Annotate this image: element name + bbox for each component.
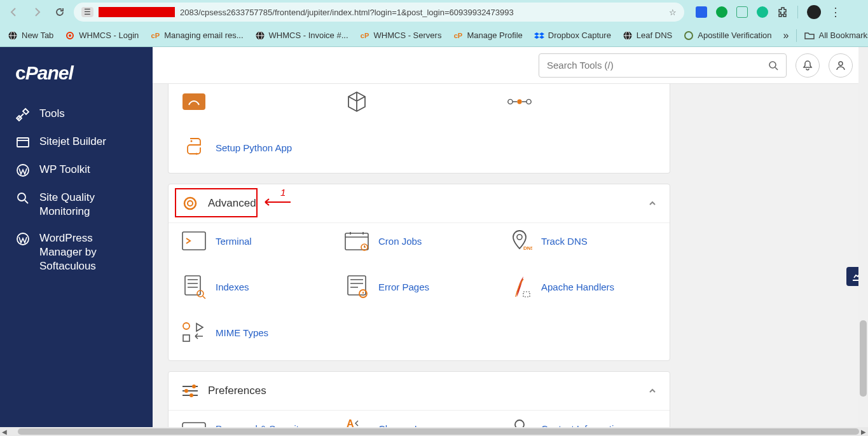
search-tools[interactable] — [539, 53, 787, 78]
tool-password[interactable]: ••• Password & Security — [181, 416, 331, 427]
panel-title: Preferences — [208, 385, 266, 397]
sidebar-item-sitejet[interactable]: Sitejet Builder — [0, 128, 153, 156]
extensions-menu-icon[interactable] — [777, 6, 789, 18]
cpanel-icon: cP — [453, 31, 463, 41]
bookmarks-overflow-icon[interactable]: » — [783, 30, 789, 41]
bookmark-label: Apostille Verification — [698, 31, 771, 40]
address-bar[interactable]: ☰ 2083/cpsess2633757785/frontend/jupiter… — [74, 3, 684, 22]
bookmark-item[interactable]: WHMCS - Invoice #... — [255, 31, 348, 41]
bookmark-item[interactable]: cP Managing email res... — [150, 31, 243, 41]
svg-point-20 — [196, 153, 198, 155]
bookmark-label: Manage Profile — [467, 31, 522, 40]
chevron-up-icon[interactable] — [648, 386, 657, 395]
svg-point-8 — [685, 32, 692, 39]
tool-apachehandlers[interactable]: Apache Handlers — [507, 274, 657, 299]
tool-item[interactable] — [507, 89, 657, 114]
ext-icon-1[interactable] — [696, 6, 707, 18]
ext-icon-4[interactable] — [757, 6, 768, 18]
magnifier-icon — [15, 191, 31, 206]
tool-cronjobs[interactable]: Cron Jobs — [344, 228, 494, 254]
site-settings-icon[interactable]: ☰ — [81, 7, 93, 17]
extension-icons: ⋮ — [696, 5, 841, 19]
scroll-right-icon[interactable]: ▶ — [859, 428, 868, 435]
bookmark-star-icon[interactable]: ☆ — [669, 8, 677, 17]
url-text: 2083/cpsess2633757785/frontend/jupiter/i… — [180, 8, 514, 17]
tool-setup-python[interactable]: Setup Python App — [181, 135, 331, 160]
preferences-panel: Preferences ••• Password & Security A文 C… — [168, 371, 670, 427]
svg-point-37 — [189, 393, 193, 397]
indexes-icon — [181, 274, 207, 299]
svg-rect-9 — [17, 138, 29, 147]
tool-trackdns[interactable]: DNS Track DNS — [507, 228, 657, 254]
account-button[interactable] — [829, 53, 853, 78]
ext-icon-2[interactable] — [716, 6, 727, 18]
vertical-scrollbar[interactable] — [858, 47, 868, 427]
gear-icon — [65, 31, 75, 41]
tool-label: Indexes — [216, 282, 249, 292]
bookmark-item[interactable]: cP Manage Profile — [453, 31, 522, 41]
bookmark-item[interactable]: Leaf DNS — [623, 31, 672, 41]
tool-terminal[interactable]: Terminal — [181, 228, 331, 254]
bookmarks-bar: New Tab WHMCS - Login cP Managing email … — [0, 24, 868, 47]
bookmark-item[interactable]: WHMCS - Login — [65, 31, 139, 41]
svg-point-17 — [517, 99, 521, 104]
globe-icon — [623, 31, 633, 41]
forward-button[interactable] — [28, 3, 46, 21]
sidebar-item-label: Tools — [39, 107, 65, 121]
mime-icon — [181, 320, 207, 345]
sidebar-item-wpmanager[interactable]: WordPress Manager by Softaculous — [0, 225, 153, 280]
bookmark-item[interactable]: Dropbox Capture — [534, 31, 611, 41]
tools-icon — [15, 107, 31, 122]
ext-icon-3[interactable] — [736, 6, 748, 18]
all-bookmarks-button[interactable]: All Bookmarks — [804, 31, 868, 41]
scroll-left-icon[interactable]: ◀ — [0, 428, 9, 435]
tool-language[interactable]: A文 Change Language — [344, 416, 494, 427]
browser-menu-icon[interactable]: ⋮ — [830, 5, 841, 19]
bookmark-item[interactable]: New Tab — [8, 31, 53, 41]
software-panel-partial: Setup Python App — [168, 84, 670, 174]
annotation-highlight — [175, 188, 258, 217]
panel-body: ••• Password & Security A文 Change Langua… — [169, 410, 670, 427]
sidebar-item-wptoolkit[interactable]: WP Toolkit — [0, 156, 153, 184]
tool-label: Apache Handlers — [541, 282, 614, 292]
bookmark-item[interactable]: cP WHMCS - Servers — [360, 31, 442, 41]
svg-point-14 — [839, 62, 843, 65]
notifications-button[interactable] — [796, 53, 820, 78]
bookmark-label: WHMCS - Login — [79, 31, 139, 40]
tool-label: Cron Jobs — [378, 236, 422, 247]
bookmark-label: Leaf DNS — [637, 31, 672, 40]
bookmark-label: Dropbox Capture — [548, 31, 611, 40]
svg-point-42 — [515, 420, 524, 427]
horizontal-scrollbar[interactable]: ◀ ▶ — [0, 427, 868, 436]
scrollbar-thumb[interactable] — [860, 320, 867, 397]
ruby-icon — [181, 89, 207, 114]
cpanel-logo[interactable]: cPanel — [0, 62, 153, 100]
tool-errorpages[interactable]: Error Pages — [344, 274, 494, 299]
profile-avatar[interactable] — [807, 5, 821, 19]
app-container: cPanel Tools Sitejet Builder WP Toolkit … — [0, 47, 868, 427]
chevron-up-icon[interactable] — [648, 199, 657, 208]
tool-mimetypes[interactable]: MIME Types — [181, 320, 331, 345]
annotation-arrow-icon — [261, 197, 291, 207]
back-button[interactable] — [5, 3, 23, 21]
svg-point-3 — [69, 34, 71, 37]
sidebar-item-sitequality[interactable]: Site Quality Monitoring — [0, 184, 153, 225]
bookmark-item[interactable]: Apostille Verification — [684, 31, 771, 41]
tool-contact[interactable]: Contact Information — [507, 416, 657, 427]
panel-header-preferences[interactable]: Preferences — [169, 372, 670, 410]
scrollbar-thumb[interactable] — [18, 428, 859, 435]
error-page-icon — [344, 274, 369, 299]
calendar-icon — [344, 228, 369, 254]
search-icon[interactable] — [768, 60, 778, 71]
svg-rect-32 — [523, 292, 530, 297]
reload-button[interactable] — [51, 3, 69, 21]
bookmark-label: WHMCS - Invoice #... — [269, 31, 348, 40]
search-input[interactable] — [547, 60, 768, 71]
tool-item[interactable] — [181, 89, 331, 114]
sidebar-item-tools[interactable]: Tools — [0, 100, 153, 128]
folder-icon — [804, 31, 815, 41]
svg-rect-23 — [183, 232, 205, 250]
tool-indexes[interactable]: Indexes — [181, 274, 331, 299]
tool-label: Terminal — [216, 236, 252, 247]
tool-item[interactable] — [344, 89, 494, 114]
